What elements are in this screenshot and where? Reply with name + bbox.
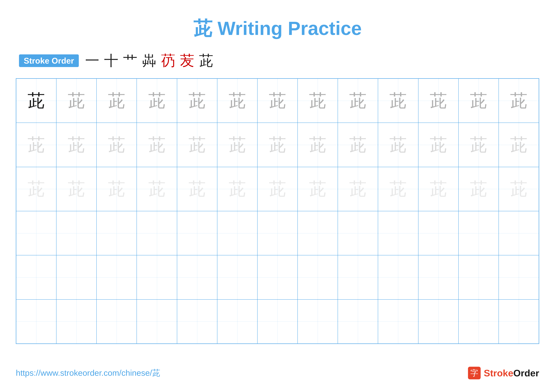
- practice-char: 茈: [470, 136, 487, 154]
- stroke-3: 艹: [123, 51, 137, 70]
- grid-cell-empty[interactable]: [298, 211, 338, 255]
- grid-cell[interactable]: 茈: [56, 123, 96, 167]
- grid-cell[interactable]: 茈: [499, 78, 539, 123]
- grid-cell-empty[interactable]: [459, 211, 499, 255]
- grid-cell[interactable]: 茈: [137, 78, 177, 123]
- grid-cell[interactable]: 茈: [378, 123, 418, 167]
- footer: https://www.strokeorder.com/chinese/茈 字 …: [16, 367, 539, 379]
- grid-cell[interactable]: 茈: [217, 167, 257, 211]
- grid-cell-empty[interactable]: [177, 255, 217, 299]
- grid-cell[interactable]: 茈: [499, 123, 539, 167]
- grid-cell-empty[interactable]: [56, 211, 96, 255]
- grid-cell-empty[interactable]: [137, 211, 177, 255]
- grid-cell-empty[interactable]: [16, 299, 56, 344]
- practice-char: 茈: [28, 136, 45, 154]
- grid-cell-empty[interactable]: [338, 211, 378, 255]
- grid-cell[interactable]: 茈: [338, 78, 378, 123]
- grid-cell-empty[interactable]: [56, 255, 96, 299]
- grid-cell[interactable]: 茈: [16, 78, 56, 123]
- practice-char: 茈: [470, 180, 487, 198]
- grid-cell-empty[interactable]: [418, 299, 459, 344]
- grid-cell-empty[interactable]: [257, 299, 298, 344]
- grid-cell-empty[interactable]: [96, 211, 137, 255]
- grid-cell-empty[interactable]: [137, 255, 177, 299]
- grid-cell-empty[interactable]: [418, 211, 459, 255]
- footer-logo: 字 StrokeOrder: [468, 367, 539, 379]
- grid-cell[interactable]: 茈: [298, 78, 338, 123]
- grid-cell[interactable]: 茈: [177, 167, 217, 211]
- grid-cell[interactable]: 茈: [96, 123, 137, 167]
- grid-cell[interactable]: 茈: [338, 167, 378, 211]
- grid-cell[interactable]: 茈: [177, 123, 217, 167]
- practice-char: 茈: [510, 136, 527, 154]
- grid-cell[interactable]: 茈: [56, 167, 96, 211]
- practice-char: 茈: [389, 92, 407, 109]
- practice-char: 茈: [148, 92, 166, 109]
- grid-cell[interactable]: 茈: [16, 123, 56, 167]
- grid-cell[interactable]: 茈: [338, 123, 378, 167]
- practice-char: 茈: [148, 180, 166, 198]
- grid-cell[interactable]: 茈: [298, 123, 338, 167]
- grid-cell-empty[interactable]: [338, 299, 378, 344]
- practice-char: 茈: [309, 180, 326, 198]
- grid-cell[interactable]: 茈: [418, 78, 459, 123]
- grid-cell-empty[interactable]: [378, 255, 418, 299]
- grid-cell-empty[interactable]: [499, 211, 539, 255]
- grid-cell[interactable]: 茈: [177, 78, 217, 123]
- grid-cell[interactable]: 茈: [298, 167, 338, 211]
- grid-cell[interactable]: 茈: [137, 123, 177, 167]
- practice-char: 茈: [68, 180, 85, 198]
- grid-cell-empty[interactable]: [96, 299, 137, 344]
- grid-cell[interactable]: 茈: [257, 78, 298, 123]
- grid-cell-empty[interactable]: [217, 255, 257, 299]
- grid-cell-empty[interactable]: [96, 255, 137, 299]
- page: 茈 Writing Practice Stroke Order 一 十 艹 芔 …: [0, 0, 555, 392]
- grid-cell[interactable]: 茈: [459, 123, 499, 167]
- grid-cell-empty[interactable]: [217, 211, 257, 255]
- practice-char: 茈: [309, 92, 326, 109]
- stroke-order-badge: Stroke Order: [19, 54, 79, 67]
- grid-cell[interactable]: 茈: [257, 123, 298, 167]
- practice-char: 茈: [389, 136, 407, 154]
- practice-char: 茈: [68, 136, 85, 154]
- grid-cell-empty[interactable]: [298, 299, 338, 344]
- practice-char: 茈: [470, 92, 487, 109]
- grid-cell-empty[interactable]: [16, 255, 56, 299]
- grid-cell[interactable]: 茈: [16, 167, 56, 211]
- practice-char: 茈: [189, 180, 206, 198]
- grid-cell[interactable]: 茈: [459, 167, 499, 211]
- grid-cell-empty[interactable]: [499, 299, 539, 344]
- grid-cell[interactable]: 茈: [499, 167, 539, 211]
- grid-cell-empty[interactable]: [378, 211, 418, 255]
- grid-cell[interactable]: 茈: [257, 167, 298, 211]
- grid-cell[interactable]: 茈: [459, 78, 499, 123]
- grid-cell[interactable]: 茈: [96, 78, 137, 123]
- grid-cell-empty[interactable]: [177, 299, 217, 344]
- grid-cell[interactable]: 茈: [378, 78, 418, 123]
- practice-char: 茈: [269, 92, 286, 109]
- grid-cell[interactable]: 茈: [217, 123, 257, 167]
- grid-cell-empty[interactable]: [378, 299, 418, 344]
- grid-cell[interactable]: 茈: [56, 78, 96, 123]
- grid-cell[interactable]: 茈: [418, 167, 459, 211]
- grid-cell-empty[interactable]: [298, 255, 338, 299]
- grid-cell[interactable]: 茈: [418, 123, 459, 167]
- grid-cell-empty[interactable]: [56, 299, 96, 344]
- grid-cell-empty[interactable]: [418, 255, 459, 299]
- footer-url[interactable]: https://www.strokeorder.com/chinese/茈: [16, 368, 160, 378]
- grid-cell-empty[interactable]: [459, 299, 499, 344]
- grid-cell[interactable]: 茈: [137, 167, 177, 211]
- grid-cell-empty[interactable]: [257, 211, 298, 255]
- grid-cell[interactable]: 茈: [96, 167, 137, 211]
- grid-cell-empty[interactable]: [217, 299, 257, 344]
- grid-cell[interactable]: 茈: [217, 78, 257, 123]
- grid-cell-empty[interactable]: [16, 211, 56, 255]
- grid-cell-empty[interactable]: [137, 299, 177, 344]
- grid-cell-empty[interactable]: [459, 255, 499, 299]
- grid-cell-empty[interactable]: [499, 255, 539, 299]
- grid-cell[interactable]: 茈: [378, 167, 418, 211]
- grid-cell-empty[interactable]: [338, 255, 378, 299]
- grid-cell-empty[interactable]: [257, 255, 298, 299]
- grid-cell-empty[interactable]: [177, 211, 217, 255]
- practice-char: 茈: [349, 92, 366, 109]
